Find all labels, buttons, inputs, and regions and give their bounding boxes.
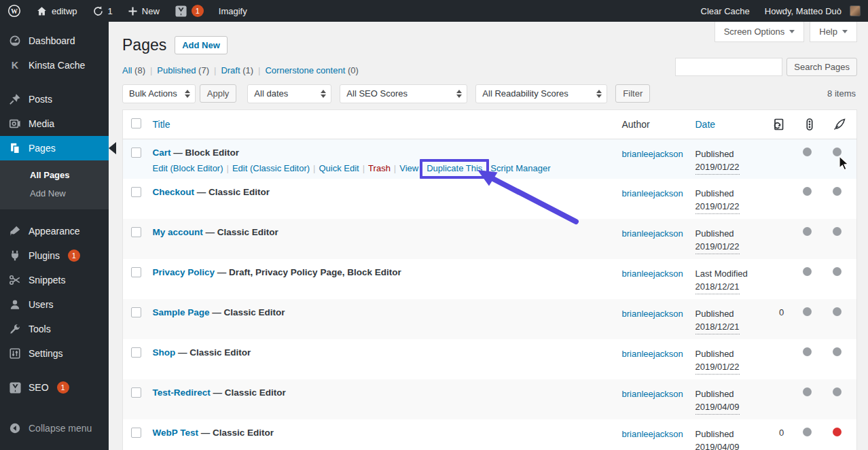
row-checkbox[interactable] (131, 267, 141, 277)
user-icon (8, 298, 22, 311)
help-tab[interactable]: Help (810, 22, 857, 42)
bulk-actions-select[interactable]: Bulk Actions (122, 84, 196, 103)
author-link[interactable]: brianleejackson (622, 387, 685, 401)
sidebar-item-settings[interactable]: Settings (0, 341, 109, 366)
page-title-link[interactable]: Checkout (153, 187, 195, 197)
table-header-row: Title Author Date (123, 109, 857, 139)
author-link[interactable]: brianleejackson (622, 307, 685, 321)
row-checkbox[interactable] (131, 227, 141, 237)
pages-table: Title Author Date Cart — Block Editor Ed… (122, 109, 857, 450)
add-new-button[interactable]: Add New (175, 36, 228, 54)
edit-block-editor-link[interactable]: Edit (Block Editor) (153, 163, 223, 173)
svg-text:K: K (12, 60, 19, 71)
plugins-update-badge: 1 (68, 249, 80, 262)
page-title-link[interactable]: Test-Redirect (153, 387, 211, 398)
table-row: Shop — Classic Editor brianleejackson Pu… (123, 339, 857, 379)
select-all-checkbox[interactable] (131, 118, 141, 128)
collapse-menu-button[interactable]: Collapse menu (0, 416, 109, 440)
view-cornerstone-link[interactable]: Cornerstone content (265, 65, 345, 75)
plug-icon (8, 249, 22, 262)
yoast-menu-item[interactable]: 1 (167, 0, 211, 22)
page-title-link[interactable]: Privacy Policy (153, 267, 215, 277)
author-link[interactable]: brianleejackson (622, 347, 685, 361)
row-checkbox[interactable] (131, 387, 141, 398)
table-row: My account — Classic Editor brianleejack… (123, 219, 857, 259)
kinsta-icon: K (8, 58, 22, 72)
quick-edit-link[interactable]: Quick Edit (319, 163, 359, 173)
page-title-link[interactable]: My account (153, 227, 203, 237)
select-arrows-icon (596, 90, 602, 98)
seo-score-dot (803, 227, 812, 236)
script-count (766, 339, 797, 379)
sort-by-title[interactable]: Title (153, 119, 170, 130)
updates-menu-item[interactable]: 1 (85, 0, 120, 22)
table-row: Cart — Block Editor Edit (Block Editor)E… (123, 139, 857, 179)
camera-icon (8, 117, 22, 131)
row-checkbox[interactable] (131, 347, 141, 358)
author-link[interactable]: brianleejackson (622, 428, 685, 441)
filter-button[interactable]: Filter (615, 84, 650, 103)
row-checkbox[interactable] (131, 428, 141, 438)
sidebar-item-seo[interactable]: SEO 1 (0, 375, 109, 400)
trash-link[interactable]: Trash (368, 163, 391, 173)
row-actions: Edit (Block Editor)Edit (Classic Editor)… (153, 163, 611, 173)
imagify-menu-item[interactable]: Imagify (211, 0, 255, 22)
site-menu-item[interactable]: editwp (29, 0, 85, 22)
chevron-down-icon (842, 30, 848, 33)
search-pages-button[interactable]: Search Pages (786, 58, 857, 76)
sidebar-item-all-pages[interactable]: All Pages (0, 166, 109, 184)
sidebar-item-tools[interactable]: Tools (0, 317, 109, 341)
clear-cache-button[interactable]: Clear Cache (693, 0, 757, 22)
page-title-link[interactable]: Cart (153, 148, 171, 158)
scissors-icon (8, 273, 22, 287)
main-content: Screen Options Help Pages Add New Search… (109, 22, 868, 450)
seo-score-dot (803, 428, 812, 436)
dates-filter-select[interactable]: All dates (247, 84, 331, 103)
author-link[interactable]: brianleejackson (622, 227, 685, 241)
apply-button[interactable]: Apply (200, 84, 237, 103)
page-title-link[interactable]: Shop (153, 347, 176, 358)
author-link[interactable]: brianleejackson (622, 187, 685, 201)
page-title-link[interactable]: WebP Test (153, 428, 199, 438)
seo-score-dot (803, 187, 812, 196)
sidebar-item-snippets[interactable]: Snippets (0, 268, 109, 292)
wordpress-logo-icon[interactable]: W (0, 0, 29, 22)
search-input[interactable] (675, 58, 782, 76)
sidebar-item-appearance[interactable]: Appearance (0, 219, 109, 243)
sidebar-item-kinsta-cache[interactable]: K Kinsta Cache (0, 53, 109, 77)
avatar (850, 5, 861, 16)
author-column-header: Author (617, 109, 690, 139)
author-link[interactable]: brianleejackson (622, 148, 685, 161)
new-label: New (142, 6, 160, 16)
admin-bar: W editwp 1 New 1 Imagify Clear Cache How… (0, 0, 868, 22)
sidebar-item-dashboard[interactable]: Dashboard (0, 29, 109, 53)
sidebar-item-users[interactable]: Users (0, 292, 109, 317)
sidebar-item-plugins[interactable]: Plugins 1 (0, 243, 109, 268)
sidebar-item-add-new[interactable]: Add New (0, 184, 109, 203)
row-checkbox[interactable] (131, 187, 141, 197)
screen-options-tab[interactable]: Screen Options (715, 22, 805, 42)
view-link[interactable]: View (399, 163, 418, 173)
account-menu-item[interactable]: Howdy, Matteo Duò (757, 0, 868, 22)
edit-classic-editor-link[interactable]: Edit (Classic Editor) (232, 163, 310, 173)
seo-scores-filter-select[interactable]: All SEO Scores (340, 84, 467, 103)
row-checkbox[interactable] (131, 307, 141, 317)
row-checkbox[interactable] (131, 148, 141, 158)
script-manager-link[interactable]: Script Manager (490, 163, 550, 173)
readability-scores-filter-select[interactable]: All Readability Scores (475, 84, 607, 103)
dashboard-icon (8, 34, 22, 48)
sidebar-item-pages[interactable]: Pages (0, 136, 109, 160)
readability-score-dot (833, 227, 842, 236)
view-published-link[interactable]: Published (157, 65, 196, 75)
sidebar-item-posts[interactable]: Posts (0, 87, 109, 111)
duplicate-this-link[interactable]: Duplicate This (427, 163, 482, 173)
view-draft-link[interactable]: Draft (221, 65, 240, 75)
new-menu-item[interactable]: New (120, 0, 167, 22)
author-link[interactable]: brianleejackson (622, 267, 685, 281)
page-title-link[interactable]: Sample Page (153, 307, 210, 317)
svg-text:W: W (11, 7, 18, 15)
collapse-icon (8, 421, 22, 435)
view-all-link[interactable]: All (122, 65, 132, 75)
sidebar-item-media[interactable]: Media (0, 111, 109, 136)
sort-by-date[interactable]: Date (695, 119, 716, 130)
